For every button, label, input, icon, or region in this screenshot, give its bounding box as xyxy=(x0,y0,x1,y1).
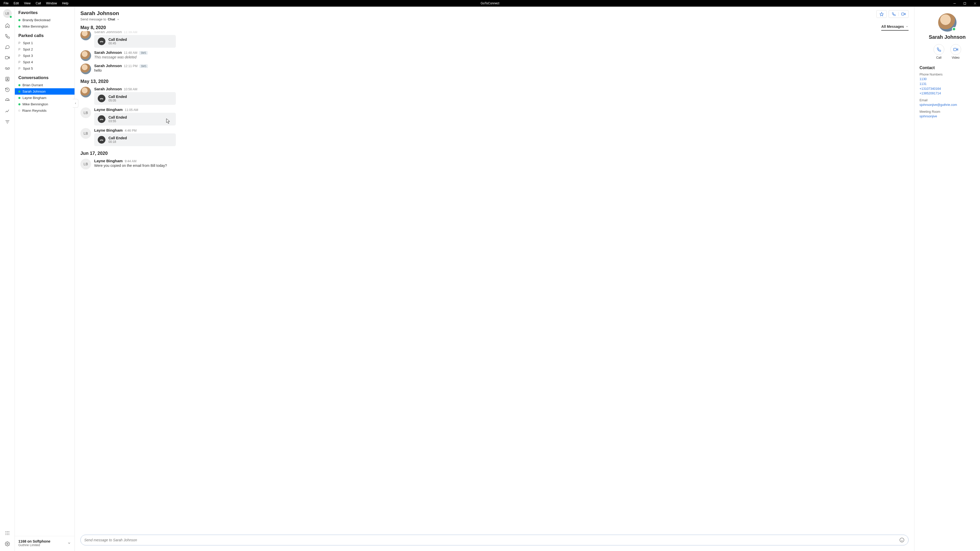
filter-icon[interactable] xyxy=(4,119,11,125)
svg-point-8 xyxy=(8,531,9,532)
titlebar: File Edit View Call Window Help GoToConn… xyxy=(0,0,980,6)
svg-rect-16 xyxy=(902,13,904,15)
collapse-sidebar-button[interactable] xyxy=(73,99,78,108)
presence-dot xyxy=(952,27,956,31)
date-separator: May 13, 2020 xyxy=(80,79,908,84)
svg-point-2 xyxy=(5,68,7,69)
footer-extension: 1168 on Softphone xyxy=(18,539,50,543)
sender-name: Sarah Johnson xyxy=(94,31,122,34)
minimize-button[interactable] xyxy=(950,0,959,6)
call-ended-card: Call Ended00:18 xyxy=(94,133,176,146)
star-icon xyxy=(880,12,884,16)
maximize-button[interactable] xyxy=(959,0,970,6)
conversation-name: Brian Durrant xyxy=(22,83,43,87)
call-duration: 00:18 xyxy=(108,140,127,144)
message-filter[interactable]: All Messages xyxy=(881,24,908,30)
svg-rect-0 xyxy=(964,2,966,4)
conversation-item[interactable]: Mike Bennington xyxy=(15,101,75,107)
chevron-down-icon xyxy=(905,25,908,28)
presence-indicator xyxy=(18,110,20,111)
contacts-icon[interactable] xyxy=(4,76,11,82)
detail-call-button[interactable]: Call xyxy=(934,44,944,59)
contact-section-heading: Contact xyxy=(920,65,975,70)
message-time: 12:11 PM xyxy=(124,64,138,68)
app-title: GoToConnect xyxy=(480,2,499,5)
apps-icon[interactable] xyxy=(4,530,11,536)
sender-name: Sarah Johnson xyxy=(94,50,122,55)
phone-icon[interactable] xyxy=(4,33,11,39)
conversation-item-selected[interactable]: Sarah Johnson xyxy=(15,88,75,95)
chat-icon[interactable] xyxy=(4,44,11,50)
header-video-button[interactable] xyxy=(899,12,908,16)
message-time: 10:58 AM xyxy=(124,87,137,91)
self-avatar[interactable]: LB xyxy=(3,9,12,18)
send-to-selector[interactable]: Send message to Chat xyxy=(80,17,120,21)
video-icon[interactable] xyxy=(4,55,11,61)
menu-call[interactable]: Call xyxy=(33,0,44,6)
parked-spot[interactable]: PSpot 3 xyxy=(15,52,75,59)
parked-name: Spot 4 xyxy=(23,60,33,64)
call-label: Call xyxy=(936,56,942,59)
phone-down-icon xyxy=(98,38,105,45)
parked-name: Spot 5 xyxy=(23,67,33,70)
favorites-heading: Favorites xyxy=(15,6,75,17)
svg-point-5 xyxy=(6,78,8,79)
detail-video-button[interactable]: Video xyxy=(950,44,961,59)
date-separator: May 8, 2020 xyxy=(80,25,106,30)
reports-icon[interactable] xyxy=(4,108,11,114)
parked-spot[interactable]: PSpot 5 xyxy=(15,65,75,72)
presence-dot xyxy=(9,15,12,18)
conversation-item[interactable]: Riann Reynolds xyxy=(15,107,75,114)
close-button[interactable] xyxy=(970,0,980,6)
chevron-left-icon xyxy=(74,102,77,105)
message-text: Were you copied on the email from Bill t… xyxy=(94,164,908,168)
emoji-button[interactable] xyxy=(899,537,905,543)
conversation-name: Layne Bingham xyxy=(22,96,46,100)
presence-indicator xyxy=(18,84,21,86)
message-row: LB Layne Bingham4:46 PM Call Ended00:18 xyxy=(80,128,908,146)
favorite-item[interactable]: Brandy Beckstead xyxy=(15,17,75,23)
svg-rect-18 xyxy=(953,48,956,51)
phone-icon xyxy=(937,47,941,52)
phone-number-link[interactable]: 1130 xyxy=(920,77,975,82)
phone-number-link[interactable]: 1131 xyxy=(920,82,975,86)
sidebar-footer[interactable]: 1168 on Softphone Guthrie Limited xyxy=(15,536,75,551)
history-icon[interactable] xyxy=(4,87,11,93)
parked-spot[interactable]: PSpot 1 xyxy=(15,40,75,46)
parked-spot[interactable]: PSpot 4 xyxy=(15,59,75,65)
parked-name: Spot 1 xyxy=(23,41,33,45)
favorite-button[interactable] xyxy=(877,10,886,18)
header-call-button[interactable] xyxy=(889,12,899,16)
menu-window[interactable]: Window xyxy=(44,0,60,6)
contact-details-panel: Sarah Johnson Call Video Contact Phone N… xyxy=(914,6,980,551)
settings-icon[interactable] xyxy=(4,541,11,547)
phone-number-link[interactable]: +13107340164 xyxy=(920,86,975,91)
smile-icon xyxy=(899,537,905,543)
conversation-name: Sarah Johnson xyxy=(22,89,46,94)
menu-edit[interactable]: Edit xyxy=(11,0,21,6)
compose-box[interactable] xyxy=(80,535,908,545)
meeting-room-link[interactable]: sjohnsonjive xyxy=(920,114,975,119)
home-icon[interactable] xyxy=(4,22,11,29)
menu-help[interactable]: Help xyxy=(59,0,71,6)
meeting-field-label: Meeting Room xyxy=(920,110,975,114)
sender-name: Sarah Johnson xyxy=(94,87,122,91)
svg-point-9 xyxy=(5,533,6,534)
conversation-item[interactable]: Brian Durrant xyxy=(15,82,75,88)
phone-number-link[interactable]: +13852091714 xyxy=(920,91,975,96)
message-list[interactable]: Sarah Johnson11:39 AM Call Ended00:45 Sa… xyxy=(75,31,914,531)
dashboard-icon[interactable] xyxy=(4,97,11,103)
call-status: Call Ended xyxy=(108,95,127,99)
menu-view[interactable]: View xyxy=(21,0,33,6)
menu-file[interactable]: File xyxy=(1,0,11,6)
parked-spot[interactable]: PSpot 2 xyxy=(15,46,75,52)
conversation-name: Riann Reynolds xyxy=(22,109,46,113)
conversation-item[interactable]: Layne Bingham xyxy=(15,95,75,101)
sender-avatar xyxy=(80,50,91,61)
email-link[interactable]: sjohnsonjive@guthrie.com xyxy=(920,103,975,107)
message-input[interactable] xyxy=(84,538,897,542)
chevron-down-icon xyxy=(117,18,120,21)
favorite-item[interactable]: Mike Bennington xyxy=(15,23,75,30)
voicemail-icon[interactable] xyxy=(4,65,11,71)
message-row: LB Layne Bingham9:44 AM Were you copied … xyxy=(80,159,908,169)
